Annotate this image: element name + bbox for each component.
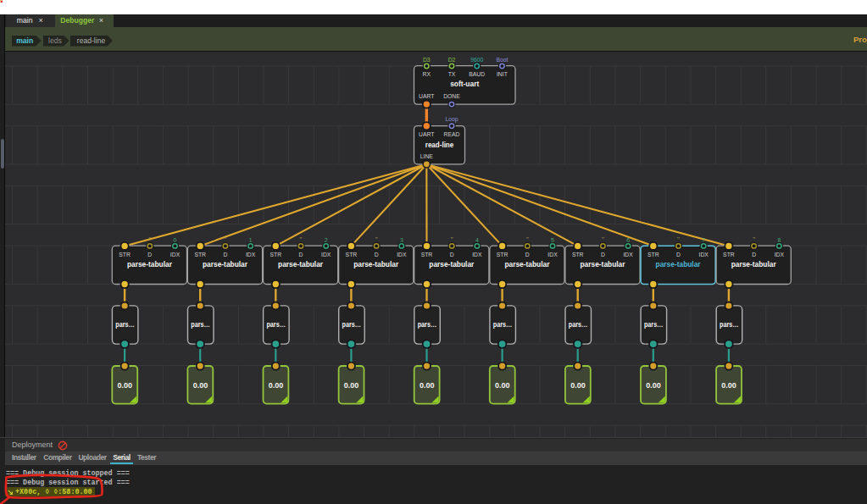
- svg-text:": ": [224, 235, 226, 243]
- svg-text:pars…: pars…: [493, 320, 513, 329]
- svg-text:D: D: [676, 252, 681, 258]
- svg-text:IDX: IDX: [547, 252, 558, 258]
- svg-text:pars…: pars…: [191, 320, 210, 329]
- svg-text:D: D: [752, 252, 756, 258]
- svg-text:parse-tabular: parse-tabular: [731, 260, 776, 269]
- svg-text:": ": [148, 235, 151, 243]
- svg-text:parse-tabular: parse-tabular: [353, 260, 398, 269]
- svg-text:RX: RX: [423, 71, 431, 77]
- svg-text:": ": [375, 235, 378, 243]
- svg-text:D: D: [147, 252, 152, 258]
- svg-text:IDX: IDX: [397, 252, 407, 258]
- svg-text:IDX: IDX: [246, 252, 256, 258]
- svg-text:STR: STR: [346, 252, 358, 258]
- svg-text:parse-tabular: parse-tabular: [203, 260, 247, 269]
- svg-text:": ": [677, 235, 680, 243]
- svg-text:STR: STR: [194, 252, 206, 258]
- svg-text:": ": [526, 235, 529, 243]
- svg-text:STR: STR: [723, 252, 735, 258]
- svg-text:IDX: IDX: [775, 252, 785, 258]
- svg-text:parse-tabular: parse-tabular: [581, 260, 625, 269]
- svg-text:D: D: [525, 252, 530, 258]
- svg-text:READ: READ: [444, 131, 460, 137]
- svg-text:D: D: [450, 252, 454, 258]
- svg-text:": ": [753, 235, 755, 243]
- svg-text:0.00: 0.00: [646, 381, 661, 390]
- svg-text:UART: UART: [419, 131, 434, 137]
- svg-text:read-line: read-line: [425, 141, 454, 149]
- svg-text:pars…: pars…: [569, 320, 588, 329]
- svg-text:Boot: Boot: [496, 57, 508, 63]
- svg-text:D: D: [223, 252, 227, 258]
- svg-text:parse-tabular: parse-tabular: [278, 260, 323, 269]
- svg-text:UART: UART: [419, 93, 434, 99]
- svg-text:": ": [602, 235, 604, 243]
- svg-text:pars…: pars…: [266, 320, 286, 329]
- svg-text:0.00: 0.00: [570, 381, 586, 390]
- svg-text:STR: STR: [421, 252, 433, 258]
- svg-text:D3: D3: [423, 57, 431, 63]
- svg-text:DONE: DONE: [443, 93, 460, 99]
- svg-text:D2: D2: [448, 57, 456, 63]
- svg-text:LINE: LINE: [420, 153, 434, 159]
- svg-text:0.00: 0.00: [344, 381, 359, 390]
- svg-text:IDX: IDX: [472, 252, 482, 258]
- svg-text:STR: STR: [119, 252, 131, 258]
- svg-text:parse-tabular: parse-tabular: [504, 260, 549, 269]
- svg-text:0.00: 0.00: [118, 381, 133, 390]
- svg-text:STR: STR: [572, 252, 584, 258]
- svg-text:": ": [451, 235, 453, 243]
- svg-text:0.00: 0.00: [269, 381, 284, 390]
- svg-text:BAUD: BAUD: [469, 71, 485, 77]
- svg-text:Loop: Loop: [445, 116, 458, 123]
- svg-text:pars…: pars…: [115, 320, 135, 329]
- svg-text:pars…: pars…: [644, 320, 664, 329]
- svg-text:INIT: INIT: [497, 71, 508, 77]
- svg-text:soft-uart: soft-uart: [450, 80, 479, 88]
- svg-text:D: D: [299, 252, 303, 258]
- svg-text:": ": [300, 235, 303, 243]
- svg-text:parse-tabular: parse-tabular: [429, 260, 474, 269]
- svg-text:9600: 9600: [470, 57, 483, 63]
- svg-text:D: D: [601, 252, 605, 258]
- svg-text:0.00: 0.00: [193, 381, 208, 390]
- svg-text:D: D: [375, 252, 379, 258]
- svg-text:pars…: pars…: [342, 320, 362, 329]
- svg-text:pars…: pars…: [720, 320, 739, 329]
- svg-text:STR: STR: [647, 252, 659, 258]
- svg-text:STR: STR: [497, 252, 509, 258]
- svg-text:parse-tabular: parse-tabular: [127, 260, 172, 269]
- svg-text:0.00: 0.00: [721, 381, 736, 390]
- svg-text:0.00: 0.00: [420, 381, 435, 390]
- svg-text:0.00: 0.00: [495, 381, 510, 390]
- svg-text:IDX: IDX: [170, 252, 181, 258]
- svg-text:parse-tabular: parse-tabular: [656, 260, 701, 269]
- svg-text:IDX: IDX: [623, 252, 633, 258]
- svg-text:IDX: IDX: [699, 252, 709, 258]
- svg-text:TX: TX: [448, 71, 456, 77]
- svg-text:STR: STR: [270, 252, 281, 258]
- svg-text:pars…: pars…: [418, 320, 437, 329]
- svg-text:IDX: IDX: [321, 252, 331, 258]
